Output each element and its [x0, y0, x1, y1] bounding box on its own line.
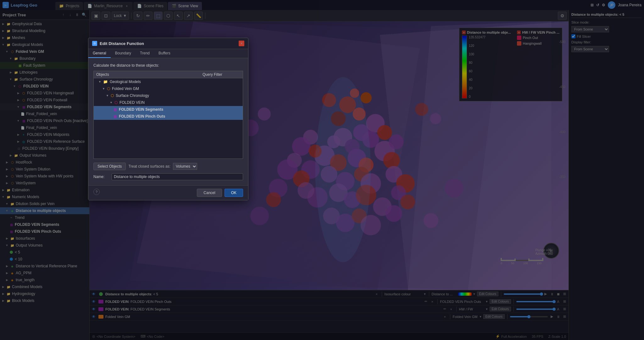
modal-icon-sc: ⬡ — [111, 93, 114, 98]
modal-bottom: Select Objects Treat closed surfaces as:… — [93, 163, 243, 170]
modal-tree-fv-segments[interactable]: ▦ FOLDED VEIN Segments — [94, 106, 243, 113]
closed-surfaces-select[interactable]: Volumes — [173, 163, 197, 170]
modal-overlay: ⚙ Edit Distance Function × General Bound… — [0, 0, 644, 340]
modal-tab-buffers[interactable]: Buffers — [154, 49, 175, 58]
modal-tabs: General Boundary Trend Buffers — [88, 49, 248, 58]
modal-close-btn[interactable]: × — [239, 41, 244, 46]
modal-col-query: Query Filter — [203, 72, 240, 77]
modal-name-label: Name: — [93, 175, 109, 179]
modal-label-fvgm: Folded Vein GM — [112, 86, 139, 91]
modal-tab-general[interactable]: General — [88, 49, 111, 58]
modal-tab-general-label: General — [93, 51, 106, 55]
cancel-btn[interactable]: Cancel — [197, 189, 222, 197]
modal-arrow-sc: ▼ — [106, 94, 109, 97]
modal-name-input[interactable] — [112, 173, 243, 180]
modal-tab-boundary[interactable]: Boundary — [111, 49, 136, 58]
modal-tree-surface-chronology[interactable]: ▼ ⬡ Surface Chronology — [94, 92, 243, 99]
modal-icon-geological: 📁 — [103, 80, 108, 84]
modal-label-sc: Surface Chronology — [116, 93, 149, 98]
modal-arrow-fv: ▼ — [110, 101, 113, 104]
modal-header: ⚙ Edit Distance Function × — [88, 38, 248, 49]
modal-tab-buffers-label: Buffers — [158, 51, 170, 55]
modal-dialog: ⚙ Edit Distance Function × General Bound… — [88, 38, 248, 200]
modal-arrow-geological: ▼ — [98, 80, 101, 83]
modal-tree-container: Objects Query Filter ▼ 📁 Geological Mode… — [93, 71, 243, 159]
select-objects-btn[interactable]: Select Objects — [93, 163, 126, 170]
modal-tree-header: Objects Query Filter — [94, 71, 243, 78]
modal-tab-trend-label: Trend — [140, 51, 150, 55]
modal-icon-fv-pinch: ▦ — [114, 114, 117, 119]
modal-name-row: Name: — [93, 173, 243, 180]
modal-label-fv: FOLDED VEIN — [119, 100, 145, 105]
modal-footer: ? Cancel OK — [88, 185, 248, 200]
modal-tree-folded-vein-gm[interactable]: ▼ ⬡ Folded Vein GM — [94, 85, 243, 92]
modal-body: Calculate the distance to these objects:… — [88, 58, 248, 185]
modal-icon: ⚙ — [92, 41, 97, 46]
modal-icon-fvgm: ⬡ — [107, 86, 110, 91]
closed-surfaces-label: Treat closed surfaces as: — [128, 164, 170, 169]
modal-tab-trend[interactable]: Trend — [136, 49, 154, 58]
modal-label-fv-seg: FOLDED VEIN Segments — [119, 107, 163, 112]
help-btn[interactable]: ? — [93, 189, 100, 195]
modal-tree-folded-vein[interactable]: ▼ ⬡ FOLDED VEIN — [94, 99, 243, 106]
modal-icon-fv-seg: ▦ — [114, 107, 117, 112]
modal-tab-boundary-label: Boundary — [115, 51, 131, 55]
modal-tree-geological-models[interactable]: ▼ 📁 Geological Models — [94, 78, 243, 85]
modal-closed-surfaces: Treat closed surfaces as: Volumes — [128, 163, 197, 170]
modal-title: Edit Distance Function — [100, 41, 236, 46]
modal-section-title: Calculate the distance to these objects: — [93, 63, 243, 68]
modal-icon-fv: ⬡ — [114, 100, 118, 105]
modal-col-objects: Objects — [96, 72, 203, 77]
modal-arrow-fvgm: ▼ — [102, 87, 105, 90]
ok-btn[interactable]: OK — [225, 189, 243, 197]
modal-label-fv-pinch: FOLDED VEIN Pinch Outs — [119, 114, 165, 119]
modal-tree-fv-pinch[interactable]: ▦ FOLDED VEIN Pinch Outs — [94, 113, 243, 120]
modal-label-geological: Geological Models — [110, 80, 141, 84]
